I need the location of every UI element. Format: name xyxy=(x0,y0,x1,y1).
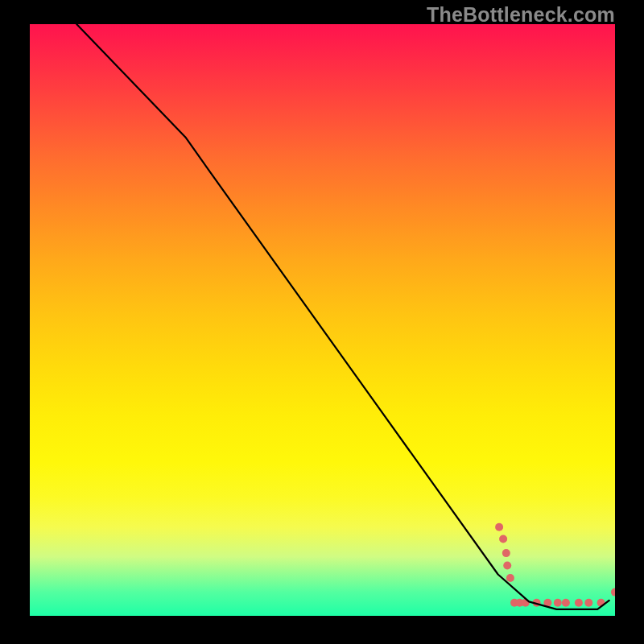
scatter-point xyxy=(584,599,592,607)
scatter-series xyxy=(495,523,615,607)
scatter-point xyxy=(502,549,510,557)
scatter-point xyxy=(503,562,511,570)
scatter-point xyxy=(562,599,570,607)
main-curve xyxy=(76,24,609,609)
scatter-point xyxy=(495,523,503,531)
chart-svg xyxy=(30,24,615,616)
scatter-point xyxy=(554,599,562,607)
scatter-point xyxy=(506,574,514,582)
watermark-label: TheBottleneck.com xyxy=(427,3,615,27)
scatter-point xyxy=(499,535,507,543)
scatter-point xyxy=(575,599,583,607)
chart-frame: TheBottleneck.com xyxy=(0,0,644,644)
scatter-point xyxy=(611,588,615,597)
plot-area xyxy=(30,24,615,616)
